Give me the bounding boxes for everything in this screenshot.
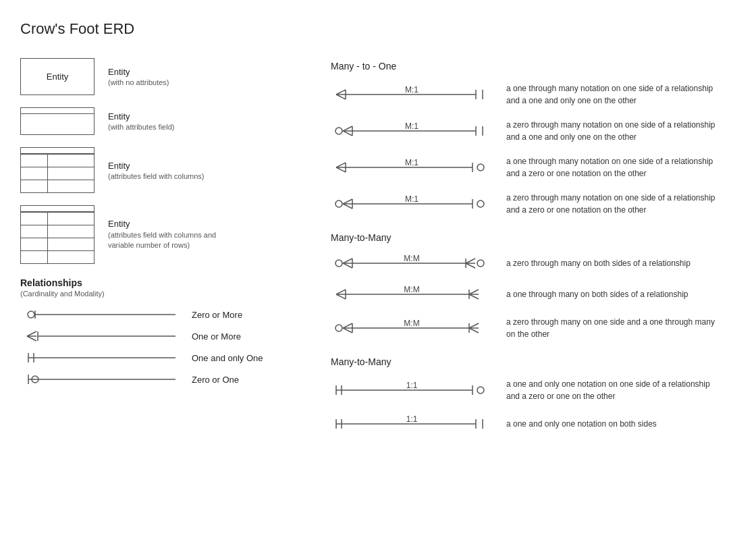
relationships-section: Relationships (Cardinality and Modality)… xyxy=(20,277,317,387)
svg-line-71 xyxy=(469,323,479,328)
diagram-desc-mm1-3: a zero through many on one side and a on… xyxy=(506,316,722,340)
diagram-row-mm1-2: M:M a one through many on both sides of … xyxy=(331,285,736,304)
diagram-desc-mm1-1: a zero through many on both sides of a r… xyxy=(506,257,691,269)
entity-col-right xyxy=(48,225,94,238)
svg-line-47 xyxy=(343,263,352,268)
diagram-ratio-m1-2: M:1 xyxy=(405,122,418,131)
entity-sublabel-2: (attributes field with columns) xyxy=(108,172,204,180)
svg-line-45 xyxy=(343,259,352,263)
diagram-row-mm2-1: 1:1 a one and only one notation on one s… xyxy=(331,378,736,402)
entity-col-left xyxy=(21,213,48,225)
svg-line-16 xyxy=(336,94,346,99)
diagram-line-mm2-1: 1:1 xyxy=(331,381,493,400)
rel-label-one-or-more: One or More xyxy=(192,331,241,342)
svg-line-73 xyxy=(469,328,479,333)
entity-info-3: Entity (attributes field with columns an… xyxy=(108,219,243,251)
diagram-row-m1-3: M:1 a one through many notation on one s… xyxy=(331,155,736,180)
svg-line-51 xyxy=(466,259,475,263)
entity-columns-3 xyxy=(21,212,94,263)
left-panel: Entity Entity (with no attributes) Entit… xyxy=(20,58,317,446)
entity-col-left xyxy=(21,167,48,180)
relationships-subtitle: (Cardinality and Modality) xyxy=(20,290,317,298)
diagram-desc-m1-4: a zero through many notation on one side… xyxy=(506,192,722,216)
notation-one-or-more xyxy=(20,329,182,344)
entity-label-3: Entity xyxy=(108,219,243,229)
rel-row-one-and-only-one: One and only One xyxy=(20,350,317,365)
entity-col-row xyxy=(21,213,94,225)
entity-col-left xyxy=(21,225,48,238)
section-many-to-one: Many - to - One M:1 xyxy=(331,61,736,216)
diagram-row-mm1-1: M:M a zero through many on both sides of… xyxy=(331,254,736,273)
svg-point-54 xyxy=(477,260,484,267)
diagram-ratio-mm1-2: M:M xyxy=(404,285,419,294)
section-many-to-many-1: Many-to-Many xyxy=(331,232,736,340)
svg-point-78 xyxy=(477,387,484,394)
diagram-ratio-mm1-3: M:M xyxy=(404,319,419,328)
svg-point-0 xyxy=(28,311,34,318)
entity-col-right xyxy=(48,213,94,225)
svg-line-39 xyxy=(343,204,352,209)
entity-col-left xyxy=(21,238,48,250)
entity-sublabel-0: (with no attributes) xyxy=(108,78,169,86)
entity-col-left xyxy=(21,155,48,167)
svg-line-63 xyxy=(469,294,479,299)
diagram-desc-mm1-2: a one through many on both sides of a re… xyxy=(506,288,688,300)
entity-header-1 xyxy=(21,108,94,114)
diagram-row-m1-4: M:1 a zero through many notation on one … xyxy=(331,192,736,216)
notation-zero-or-more xyxy=(20,307,182,322)
diagram-ratio-mm2-2: 1:1 xyxy=(406,414,418,424)
rel-label-one-and-only-one: One and only One xyxy=(192,353,263,363)
entity-col-left xyxy=(21,180,48,192)
diagram-desc-mm2-2: a one and only one notation on both side… xyxy=(506,418,657,430)
diagram-line-m1-1: M:1 xyxy=(331,85,493,104)
entity-box-attrs xyxy=(20,107,94,135)
diagram-row-mm1-3: M:M a zero through many on one side and … xyxy=(331,316,736,340)
svg-line-61 xyxy=(469,290,479,294)
svg-line-5 xyxy=(27,336,36,341)
entity-col-row xyxy=(21,225,94,238)
svg-line-22 xyxy=(343,126,352,131)
section-many-to-many-2: Many-to-Many 1:1 a one and only one xyxy=(331,356,736,433)
entity-col-row xyxy=(21,238,94,251)
entity-col-row xyxy=(21,167,94,180)
svg-line-55 xyxy=(336,290,346,294)
entity-col-right xyxy=(48,238,94,250)
entity-sublabel-3: (attributes field with columns and varia… xyxy=(108,230,243,251)
svg-line-29 xyxy=(336,163,346,167)
diagram-line-mm1-3: M:M xyxy=(331,319,493,338)
entity-col-right xyxy=(48,167,94,180)
entity-section-simple: Entity Entity (with no attributes) xyxy=(20,58,317,95)
diagram-desc-mm2-1: a one and only one notation on one side … xyxy=(506,378,722,402)
entity-section-cols: Entity (attributes field with columns) xyxy=(20,147,317,193)
diagram-row-m1-1: M:1 a one through many notation on one s… xyxy=(331,82,736,107)
entity-info-1: Entity (with attributes field) xyxy=(108,111,174,131)
diagram-ratio-m1-3: M:1 xyxy=(405,158,418,167)
notation-zero-or-one xyxy=(20,372,182,387)
rel-row-zero-or-more: Zero or More xyxy=(20,307,317,322)
right-panel: Many - to - One M:1 xyxy=(317,58,736,446)
entity-section-cols-rows: Entity (attributes field with columns an… xyxy=(20,205,317,264)
diagram-line-m1-3: M:1 xyxy=(331,158,493,177)
diagram-line-mm1-1: M:M xyxy=(331,254,493,273)
section-title-mm1: Many-to-Many xyxy=(331,232,736,243)
svg-point-36 xyxy=(335,200,342,207)
entity-box-simple: Entity xyxy=(20,58,94,95)
entity-col-left xyxy=(21,251,48,263)
diagram-row-mm2-2: 1:1 a one and only one notation on both … xyxy=(331,414,736,433)
rel-label-zero-or-more: Zero or More xyxy=(192,310,242,320)
svg-point-43 xyxy=(477,200,484,207)
svg-line-53 xyxy=(466,263,475,268)
diagram-row-m1-2: M:1 a zero through many notation on one … xyxy=(331,119,736,143)
entity-col-right xyxy=(48,155,94,167)
notation-one-and-only-one xyxy=(20,350,182,365)
diagram-ratio-mm2-1: 1:1 xyxy=(406,381,418,390)
entity-header-2 xyxy=(21,148,94,154)
rel-label-zero-or-one: Zero or One xyxy=(192,375,239,385)
diagram-line-mm2-2: 1:1 xyxy=(331,414,493,433)
entity-col-row xyxy=(21,251,94,263)
entity-label-0: Entity xyxy=(108,67,169,77)
section-title-mm2: Many-to-Many xyxy=(331,356,736,367)
diagram-desc-m1-2: a zero through many notation on one side… xyxy=(506,119,722,143)
entity-info-simple: Entity (with no attributes) xyxy=(108,67,169,86)
entity-box-cols-rows xyxy=(20,205,94,264)
